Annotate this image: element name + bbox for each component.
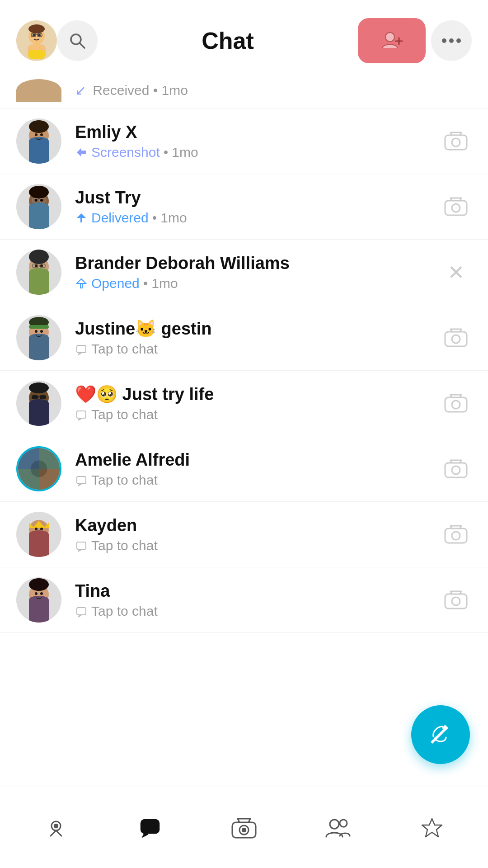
list-item[interactable]: ❤️🥺 Just try life Tap to chat [0, 371, 488, 436]
contact-avatar [16, 184, 61, 229]
svg-line-10 [80, 43, 84, 48]
close-button[interactable]: ✕ [440, 256, 472, 288]
contact-avatar [16, 118, 61, 164]
svg-rect-55 [77, 411, 86, 418]
svg-point-37 [40, 264, 43, 267]
contact-info: Emliy X Screenshot • 1mo [75, 123, 440, 160]
contact-avatar [16, 577, 61, 623]
list-item[interactable]: Kayden Tap to chat [0, 502, 488, 567]
svg-point-11 [385, 33, 394, 42]
contact-info: Justine🐱 gestin Tap to chat [75, 319, 440, 357]
contact-avatar [16, 315, 61, 360]
contact-name: Amelie Alfredi [75, 450, 440, 470]
svg-rect-48 [445, 332, 467, 346]
svg-rect-31 [80, 218, 82, 222]
svg-point-45 [35, 330, 38, 333]
list-item[interactable]: Tina Tap to chat [0, 567, 488, 633]
chat-items: Emliy X Screenshot • 1mo Just Try Delive… [0, 108, 488, 633]
more-options-button[interactable] [431, 20, 472, 61]
camera-button[interactable] [440, 453, 472, 485]
svg-point-49 [452, 335, 460, 343]
contact-name: Justine🐱 gestin [75, 319, 440, 339]
svg-point-35 [29, 250, 49, 264]
list-item[interactable]: Just Try Delivered • 1mo [0, 174, 488, 240]
list-item[interactable]: Brander Deborah Williams Opened • 1mo ✕ [0, 240, 488, 305]
svg-point-86 [340, 820, 347, 827]
svg-rect-63 [445, 463, 467, 477]
header: Chat [0, 0, 488, 72]
svg-rect-69 [445, 528, 467, 543]
svg-point-72 [29, 578, 49, 591]
contact-avatar [16, 512, 61, 557]
svg-point-18 [29, 120, 49, 133]
camera-button[interactable] [440, 191, 472, 222]
list-item[interactable]: Amelie Alfredi Tap to chat [0, 436, 488, 502]
camera-button[interactable] [440, 584, 472, 616]
profile-avatar[interactable] [16, 20, 57, 61]
svg-point-36 [35, 264, 38, 267]
svg-point-19 [35, 133, 38, 136]
svg-rect-44 [29, 325, 49, 329]
contact-avatar [16, 446, 61, 491]
svg-rect-8 [28, 50, 45, 59]
contact-info: Tina Tap to chat [75, 581, 440, 619]
svg-point-57 [452, 401, 460, 409]
nav-chat[interactable] [103, 787, 197, 868]
contact-status: Opened • 1mo [75, 276, 440, 291]
svg-point-84 [242, 828, 246, 832]
svg-point-80 [54, 824, 58, 828]
svg-point-67 [40, 528, 43, 530]
contact-name: ❤️🥺 Just try life [75, 384, 440, 404]
svg-point-66 [35, 528, 38, 530]
camera-button[interactable] [440, 125, 472, 157]
svg-point-24 [29, 186, 49, 198]
camera-button[interactable] [440, 387, 472, 419]
svg-point-85 [330, 820, 339, 829]
contact-name: Just Try [75, 188, 440, 208]
contact-status: Tap to chat [75, 538, 440, 553]
svg-point-14 [442, 38, 446, 43]
contact-status: Delivered • 1mo [75, 210, 440, 226]
svg-point-46 [40, 330, 43, 333]
svg-rect-52 [32, 395, 38, 399]
contact-name: Tina [75, 581, 440, 601]
add-friend-button[interactable] [358, 18, 426, 63]
svg-point-26 [40, 199, 43, 202]
svg-rect-53 [40, 395, 46, 399]
nav-camera[interactable] [197, 787, 291, 868]
svg-rect-76 [445, 594, 467, 609]
contact-status: Tap to chat [75, 407, 440, 422]
list-item[interactable]: Emliy X Screenshot • 1mo [0, 108, 488, 174]
svg-point-15 [449, 38, 454, 43]
contact-name: Kayden [75, 516, 440, 535]
svg-point-64 [452, 466, 460, 474]
contact-status: Screenshot • 1mo [75, 145, 440, 160]
svg-point-22 [452, 138, 460, 146]
contact-status: Tap to chat [75, 472, 440, 488]
svg-rect-41 [80, 283, 82, 288]
svg-rect-47 [77, 345, 86, 353]
page-title: Chat [98, 27, 358, 54]
list-item[interactable]: ↙ Received • 1mo [0, 72, 488, 108]
contact-info: Amelie Alfredi Tap to chat [75, 450, 440, 488]
new-chat-fab[interactable] [411, 705, 470, 764]
list-item[interactable]: Justine🐱 gestin Tap to chat [0, 305, 488, 371]
svg-point-70 [452, 532, 460, 540]
contact-info: Brander Deborah Williams Opened • 1mo [75, 254, 440, 291]
search-button[interactable] [57, 20, 98, 61]
svg-rect-21 [445, 135, 467, 150]
contact-name: Emliy X [75, 123, 440, 142]
svg-rect-68 [77, 542, 86, 549]
camera-button[interactable] [440, 322, 472, 354]
contact-status: Tap to chat [75, 604, 440, 619]
svg-point-77 [452, 597, 460, 605]
svg-rect-62 [77, 476, 86, 484]
camera-button[interactable] [440, 519, 472, 550]
contact-info: Kayden Tap to chat [75, 516, 440, 553]
svg-point-74 [40, 592, 43, 595]
nav-discover[interactable] [385, 787, 479, 868]
contact-name: Brander Deborah Williams [75, 254, 440, 273]
nav-friends[interactable] [291, 787, 385, 868]
nav-map[interactable] [9, 787, 103, 868]
svg-rect-56 [445, 397, 467, 412]
